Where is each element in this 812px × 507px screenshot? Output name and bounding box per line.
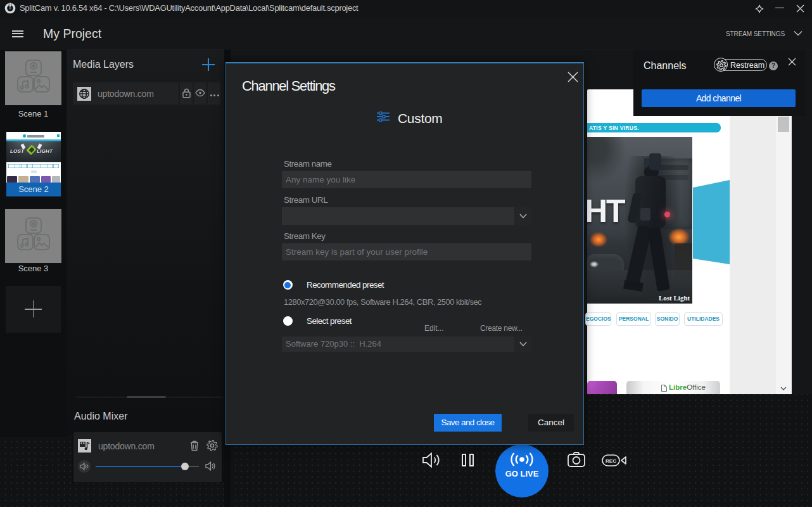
svg-text:REC: REC [606,458,616,464]
